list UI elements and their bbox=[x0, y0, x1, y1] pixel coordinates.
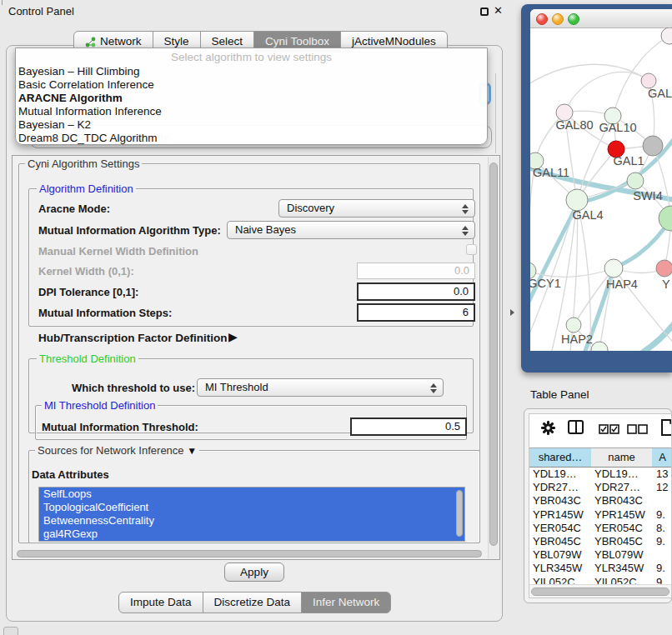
settings-vertical-scrollbar-thumb[interactable] bbox=[489, 162, 498, 546]
network-node-hap4[interactable] bbox=[604, 259, 623, 278]
network-icon bbox=[85, 37, 96, 48]
select-columns-icon[interactable] bbox=[599, 424, 619, 434]
algorithm-option-5[interactable]: Dream8 DC_TDC Algorithm bbox=[16, 132, 487, 145]
table-row[interactable]: YBL079WYBL079W bbox=[529, 548, 672, 562]
cell-1: YPR145W bbox=[594, 508, 653, 522]
table-row[interactable]: YER054CYER054C8. bbox=[529, 522, 672, 535]
cell-0: YBL079W bbox=[533, 548, 591, 562]
algorithm-definition-title: Algorithm Definition bbox=[37, 183, 136, 195]
close-panel-icon[interactable]: ✕ bbox=[494, 4, 503, 17]
kernel-width-field[interactable]: 0.0 bbox=[357, 262, 475, 279]
cell-2: 12 bbox=[656, 481, 671, 494]
which-threshold-select[interactable]: MI Threshold bbox=[197, 378, 444, 397]
apply-button[interactable]: Apply bbox=[224, 562, 284, 582]
mi-threshold-field[interactable]: 0.5 bbox=[350, 418, 467, 436]
attribute-item-3[interactable]: gal4RGexp bbox=[39, 528, 464, 541]
table-row[interactable]: YDL19…YDL19…13 bbox=[529, 468, 672, 481]
cell-0: YLR345W bbox=[533, 562, 591, 575]
algorithm-options: Bayesian – Hill ClimbingBasic Correlatio… bbox=[16, 65, 487, 145]
network-edge[interactable] bbox=[564, 72, 649, 112]
table-row[interactable]: YDR27…YDR27…12 bbox=[529, 481, 672, 494]
mi-steps-field[interactable]: 6 bbox=[357, 303, 475, 322]
cell-0: YBR045C bbox=[533, 535, 591, 548]
algorithm-option-2[interactable]: ARACNE Algorithm bbox=[16, 92, 487, 105]
sources-title-text: Sources for Network Inference bbox=[38, 444, 184, 457]
control-panel-titlebar: Control Panel ✕ bbox=[0, 0, 510, 23]
close-light-icon[interactable] bbox=[536, 13, 548, 25]
attribute-item-0[interactable]: SelfLoops bbox=[39, 488, 464, 501]
window-edge-artifact bbox=[2, 0, 3, 5]
attribute-item-2[interactable]: BetweennessCentrality bbox=[39, 514, 464, 528]
float-panel-icon[interactable] bbox=[480, 8, 489, 16]
network-node[interactable] bbox=[661, 28, 672, 44]
network-canvas[interactable]: GAL2GAL80GAL10GAL1GAL11SWI4GAL4GCY1HAP4Y… bbox=[530, 28, 672, 351]
network-window-titlebar[interactable] bbox=[530, 9, 672, 28]
sources-group-title[interactable]: Sources for Network Inference ▼ bbox=[35, 445, 199, 457]
table-panel-inner: shared…nameA YDL19…YDL19…13YDR27…YDR27…1… bbox=[529, 413, 672, 598]
tab-label: Impute Data bbox=[130, 593, 192, 612]
minimize-light-icon[interactable] bbox=[552, 13, 564, 25]
spinner-arrows-icon bbox=[462, 203, 469, 215]
bottom-tabbar: Impute DataDiscretize DataInfer Network bbox=[118, 592, 391, 613]
table-row[interactable]: YBR045CYBR045C9. bbox=[529, 535, 672, 548]
network-node[interactable] bbox=[659, 206, 672, 231]
cell-0: YDL19… bbox=[533, 468, 591, 481]
hub-expand-icon[interactable]: ▶ bbox=[228, 330, 238, 343]
cell-1: YER054C bbox=[594, 522, 653, 535]
bottom-left-partial-button[interactable] bbox=[3, 627, 18, 635]
aracne-mode-select[interactable]: Discovery bbox=[278, 199, 475, 218]
tab-infer-network[interactable]: Infer Network bbox=[301, 592, 391, 613]
mi-steps-label: Mutual Information Steps: bbox=[38, 307, 172, 319]
cell-1: YDR27… bbox=[594, 481, 653, 494]
dpi-tolerance-field[interactable]: 0.0 bbox=[357, 282, 475, 301]
manual-kernel-checkbox[interactable] bbox=[466, 244, 477, 255]
column-header-2[interactable]: A bbox=[652, 448, 672, 468]
cell-0: YER054C bbox=[533, 522, 591, 535]
export-table-icon[interactable] bbox=[661, 419, 672, 436]
network-node-label: HAP2 bbox=[561, 332, 593, 346]
network-node-hap2[interactable] bbox=[566, 318, 581, 332]
cell-2: 13 bbox=[656, 468, 671, 481]
network-node[interactable] bbox=[643, 136, 663, 156]
which-threshold-value: MI Threshold bbox=[205, 381, 268, 393]
sources-collapse-icon[interactable]: ▼ bbox=[187, 445, 197, 457]
mi-type-select[interactable]: Naive Bayes bbox=[227, 221, 475, 239]
mi-type-value: Naive Bayes bbox=[235, 223, 296, 236]
zoom-light-icon[interactable] bbox=[568, 13, 579, 25]
settings-gear-icon[interactable] bbox=[541, 421, 555, 435]
table-row[interactable]: YPR145WYPR145W9. bbox=[529, 508, 672, 522]
algorithm-option-3[interactable]: Mutual Information Inference bbox=[16, 105, 487, 118]
settings-horizontal-scrollbar-thumb[interactable] bbox=[17, 550, 482, 558]
table-row[interactable]: YBR043CYBR043C bbox=[529, 494, 672, 508]
split-pane-arrow-icon[interactable] bbox=[510, 309, 514, 316]
network-node-label: SWI4 bbox=[633, 189, 662, 202]
tab-discretize-data[interactable]: Discretize Data bbox=[203, 592, 303, 613]
mi-threshold-label: Mutual Information Threshold: bbox=[42, 421, 198, 433]
cell-0: YIL052C bbox=[533, 576, 591, 584]
data-attributes-list[interactable]: SelfLoopsTopologicalCoefficientBetweenne… bbox=[38, 487, 465, 542]
aracne-mode-label: Aracne Mode: bbox=[38, 202, 110, 215]
network-node-label: HAP4 bbox=[606, 278, 638, 291]
tab-impute-data[interactable]: Impute Data bbox=[118, 592, 203, 613]
network-node[interactable] bbox=[591, 342, 608, 351]
column-header-0[interactable]: shared… bbox=[529, 448, 592, 468]
table-horizontal-scrollbar[interactable] bbox=[529, 584, 672, 598]
deselect-columns-icon[interactable] bbox=[627, 424, 648, 434]
table-horizontal-scrollbar-thumb[interactable] bbox=[531, 588, 669, 596]
attributes-list-scrollbar-thumb[interactable] bbox=[456, 490, 463, 537]
cell-0: YPR145W bbox=[533, 508, 591, 522]
table-row[interactable]: YIL052CYIL052C9. bbox=[529, 576, 672, 584]
split-pane-icon[interactable] bbox=[568, 420, 584, 434]
algorithm-option-4[interactable]: Bayesian – K2 bbox=[16, 118, 487, 132]
cell-1: YDL19… bbox=[594, 468, 653, 481]
network-node-y[interactable] bbox=[656, 260, 672, 277]
attribute-item-1[interactable]: TopologicalCoefficient bbox=[39, 501, 464, 514]
network-node-swi4[interactable] bbox=[627, 172, 644, 189]
hub-definition-label[interactable]: Hub/Transcription Factor Definition bbox=[38, 332, 228, 344]
table-row[interactable]: YLR345WYLR345W9. bbox=[529, 562, 672, 575]
algorithm-option-0[interactable]: Bayesian – Hill Climbing bbox=[16, 65, 487, 78]
column-header-1[interactable]: name bbox=[591, 448, 653, 468]
cell-1: YLR345W bbox=[594, 562, 653, 575]
cell-1: YIL052C bbox=[594, 576, 653, 584]
algorithm-option-1[interactable]: Basic Correlation Inference bbox=[16, 78, 487, 92]
